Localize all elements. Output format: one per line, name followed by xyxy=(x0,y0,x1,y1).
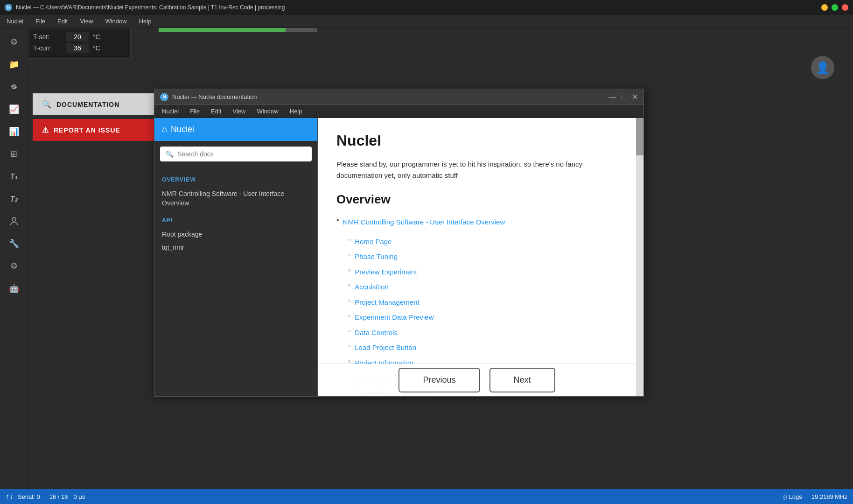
toc-sub-item: ○Project Management xyxy=(348,295,617,310)
title-bar: N Nuclei — C:\Users\WAR\Documents\Nuclei… xyxy=(0,0,853,15)
toc-sub-item: ○Acquisition xyxy=(348,280,617,295)
menu-view[interactable]: View xyxy=(78,17,95,26)
toc-sub-item: ○Preview Experiment xyxy=(348,265,617,280)
api-section-label: API xyxy=(162,217,310,224)
serial-section: ↑↓ Serial: 0 xyxy=(6,492,40,501)
sidebar-icon-folder[interactable]: 📁 xyxy=(5,55,23,74)
sidebar-icon-signal[interactable] xyxy=(5,77,23,96)
toc-sub-item: ○Load Project Button xyxy=(348,340,617,356)
maximize-button[interactable] xyxy=(832,4,838,11)
doc-minimize-button[interactable]: — xyxy=(608,93,616,101)
toc-sub-link-6[interactable]: Data Controls xyxy=(355,326,398,340)
doc-window: N Nuclei — Nuclei documentation — □ ✕ Nu… xyxy=(154,89,644,397)
toc-sub-link-2[interactable]: Preview Experiment xyxy=(355,266,417,279)
doc-win-controls: — □ ✕ xyxy=(608,93,638,101)
doc-sidebar-title: Nuclei xyxy=(171,125,194,134)
minimize-button[interactable] xyxy=(821,4,828,11)
doc-app-icon: N xyxy=(160,93,168,101)
toc-sub-item: ○Data Controls xyxy=(348,325,617,341)
menu-file[interactable]: File xyxy=(34,17,47,26)
doc-menu-edit[interactable]: Edit xyxy=(209,107,223,116)
doc-sidebar: ⌂ Nuclei 🔍 OVERVIEW NMR Controlling Soft… xyxy=(154,118,318,396)
doc-main-title: NucleI xyxy=(336,132,617,149)
sidebar-icon-settings[interactable]: ⚙ xyxy=(5,33,23,51)
serial-label: Serial: 0 xyxy=(18,493,40,500)
report-icon: ⚠ xyxy=(42,126,49,134)
doc-menu-view[interactable]: View xyxy=(231,107,247,116)
arrows-icon: ↑↓ xyxy=(6,492,13,501)
window-controls xyxy=(821,4,848,11)
menu-bar: Nuclei File Edit View Window Help xyxy=(0,15,853,28)
doc-title-bar: N Nuclei — Nuclei documentation — □ ✕ xyxy=(154,89,643,105)
sidebar-icon-robot[interactable]: 🤖 xyxy=(5,279,23,298)
nav-item-tqt-nmr[interactable]: tqt_nmr xyxy=(162,241,310,254)
close-button[interactable] xyxy=(842,4,848,11)
progress-bar xyxy=(159,28,317,32)
home-icon: ⌂ xyxy=(162,125,167,134)
doc-menu-bar: Nuclei File Edit View Window Help xyxy=(154,105,643,118)
app-icon: N xyxy=(5,4,12,11)
report-issue-button[interactable]: ⚠ REPORT AN ISSUE xyxy=(33,119,159,141)
toc-sub-item: ○Home Page xyxy=(348,234,617,250)
toc-list: • NMR Controlling Software - User Interf… xyxy=(336,214,617,231)
toc-link-overview[interactable]: NMR Controlling Software - User Interfac… xyxy=(343,216,505,229)
sidebar-icon-t2[interactable]: T₂ xyxy=(5,189,23,208)
sidebar-icon-user-wave[interactable] xyxy=(5,212,23,231)
next-button[interactable]: Next xyxy=(489,368,555,392)
sidebar-icon-trend[interactable]: 📈 xyxy=(5,100,23,119)
left-sidebar: ⚙ 📁 📈 📊 ⊞ T₁ T₂ 🔧 ⚙ 🤖 xyxy=(0,28,28,489)
toc-sub-link-3[interactable]: Acquisition xyxy=(355,280,389,294)
left-panel: 🔍 DOCUMENTATION ⚠ REPORT AN ISSUE xyxy=(28,28,159,141)
svg-point-1 xyxy=(12,217,16,221)
menu-nuclei[interactable]: Nuclei xyxy=(5,17,25,26)
doc-menu-file[interactable]: File xyxy=(188,107,202,116)
toc-sub-item: ○Phase Tuning xyxy=(348,249,617,265)
doc-icon: 🔍 xyxy=(42,100,52,109)
menu-help[interactable]: Help xyxy=(137,17,154,26)
toc-sub-link-4[interactable]: Project Management xyxy=(355,296,419,309)
toc-sub-link-1[interactable]: Phase Tuning xyxy=(355,250,398,264)
sidebar-icon-t1[interactable]: T₁ xyxy=(5,167,23,186)
toc-sub-link-5[interactable]: Experiment Data Preview xyxy=(355,311,433,324)
doc-description: Please stand by, our programmer is yet t… xyxy=(336,159,617,181)
doc-bottom-nav: Previous Next xyxy=(318,364,636,396)
doc-maximize-button[interactable]: □ xyxy=(622,93,626,101)
time-value: 0 μs xyxy=(73,493,85,500)
overview-section-label: OVERVIEW xyxy=(162,176,310,183)
user-avatar[interactable]: 👤 xyxy=(811,56,834,79)
freq-value: 19.2189 MHz xyxy=(811,493,847,500)
status-bar: ↑↓ Serial: 0 16 / 16 0 μs {} Logs 19.218… xyxy=(0,489,853,504)
doc-main-content: NucleI Please stand by, our programmer i… xyxy=(318,118,636,396)
doc-menu-nuclei[interactable]: Nuclei xyxy=(160,107,181,116)
toc-sub-item: ○Experiment Data Preview xyxy=(348,310,617,325)
logs-section: {} Logs xyxy=(783,493,802,500)
doc-content: ⌂ Nuclei 🔍 OVERVIEW NMR Controlling Soft… xyxy=(154,118,643,396)
toc-sub-link-7[interactable]: Load Project Button xyxy=(355,341,416,355)
doc-scrollbar[interactable] xyxy=(636,118,643,396)
documentation-button[interactable]: 🔍 DOCUMENTATION xyxy=(33,93,159,115)
logs-label: {} Logs xyxy=(783,493,802,500)
window-title: Nuclei — C:\Users\WAR\Documents\Nuclei E… xyxy=(16,4,821,11)
sidebar-icon-config[interactable]: ⚙ xyxy=(5,257,23,275)
nav-item-overview[interactable]: NMR Controlling Software - User Interfac… xyxy=(162,188,310,210)
sidebar-icon-stats[interactable]: 📊 xyxy=(5,122,23,141)
doc-menu-window[interactable]: Window xyxy=(255,107,280,116)
doc-scrollbar-thumb[interactable] xyxy=(636,118,643,155)
search-input[interactable] xyxy=(177,150,306,158)
progress-section: 16 / 16 0 μs xyxy=(49,493,85,500)
sidebar-icon-grid[interactable]: ⊞ xyxy=(5,145,23,163)
doc-close-button[interactable]: ✕ xyxy=(632,93,638,101)
toc-top-item: • NMR Controlling Software - User Interf… xyxy=(336,214,617,231)
nav-item-root-package[interactable]: Root package xyxy=(162,228,310,241)
search-icon: 🔍 xyxy=(166,150,174,158)
menu-edit[interactable]: Edit xyxy=(56,17,70,26)
sidebar-icon-tools[interactable]: 🔧 xyxy=(5,234,23,253)
doc-menu-help[interactable]: Help xyxy=(288,107,304,116)
doc-nav: OVERVIEW NMR Controlling Software - User… xyxy=(154,167,317,259)
menu-window[interactable]: Window xyxy=(103,17,128,26)
toc-sub-link-0[interactable]: Home Page xyxy=(355,235,392,249)
report-button-label: REPORT AN ISSUE xyxy=(54,126,120,134)
doc-sidebar-header: ⌂ Nuclei xyxy=(154,118,317,141)
previous-button[interactable]: Previous xyxy=(399,368,480,392)
progress-label: 16 / 16 xyxy=(49,493,68,500)
